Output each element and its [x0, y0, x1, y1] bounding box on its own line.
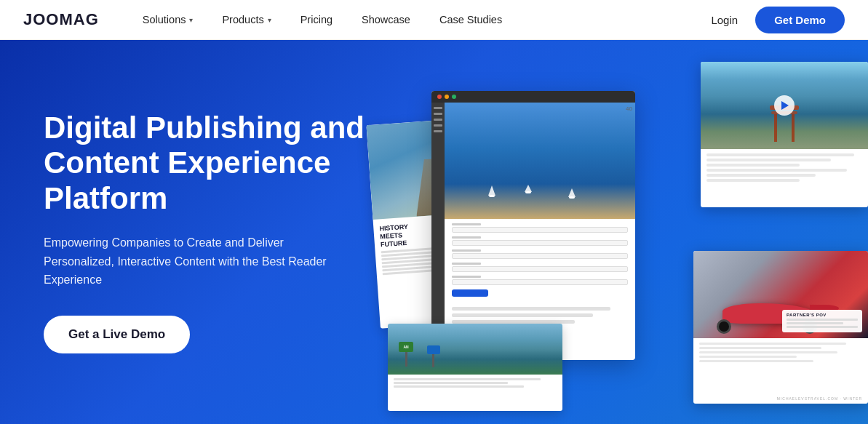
nav-right: Login Get Demo — [711, 7, 845, 33]
pub-rt-lines — [706, 153, 862, 182]
nav-showcase[interactable]: Showcase — [347, 0, 425, 40]
pub-bottom-text — [388, 375, 562, 393]
sailboat-3 — [568, 188, 576, 199]
hero-subtitle: Empowering Companies to Create and Deliv… — [44, 233, 349, 289]
chevron-down-icon: ▾ — [189, 16, 193, 24]
hero-title: Digital Publishing and Content Experienc… — [44, 111, 393, 216]
pub-main-content: 40 — [445, 103, 635, 360]
partner-badge-sub — [787, 319, 858, 328]
play-button[interactable] — [774, 95, 795, 116]
pub-toolbar-top — [431, 91, 635, 103]
pub-f1-image: PARTNER'S POV — [693, 251, 868, 338]
publication-right-bottom: PARTNER'S POV MICHAELEVSTRAVEL.COM · WIN… — [693, 251, 868, 404]
play-icon — [781, 101, 789, 110]
logo[interactable]: JOOMAG — [23, 10, 99, 29]
pub-scenic-image — [701, 62, 868, 149]
sailboat-1 — [488, 185, 495, 197]
hero-section: Digital Publishing and Content Experienc… — [0, 40, 868, 424]
pub-toolbar-left — [431, 103, 445, 360]
partner-badge-label: PARTNER'S POV — [787, 313, 858, 317]
publication-main: 40 — [431, 91, 635, 360]
publication-right-top — [701, 62, 868, 207]
form-submit-btn — [452, 289, 488, 297]
login-link[interactable]: Login — [711, 14, 738, 26]
nav-pricing[interactable]: Pricing — [286, 0, 347, 40]
short-line — [706, 164, 800, 167]
get-demo-button[interactable]: Get Demo — [755, 7, 845, 33]
watermark: MICHAELEVSTRAVEL.COM · WINTER — [777, 396, 862, 401]
nav-links: Solutions ▾ Products ▾ Pricing Showcase … — [128, 0, 712, 40]
publication-bottom: AN — [388, 324, 562, 411]
chevron-down-icon: ▾ — [268, 16, 271, 24]
hero-content: Digital Publishing and Content Experienc… — [44, 111, 393, 353]
live-demo-button[interactable]: Get a Live Demo — [44, 316, 190, 353]
partner-badge: PARTNER'S POV — [782, 310, 862, 332]
pub-landscape-image: AN — [388, 324, 562, 375]
pub-rt-text — [701, 149, 868, 188]
hero-visuals: HISTORYMEETSFUTURE — [373, 62, 868, 424]
nav-case-studies[interactable]: Case Studies — [425, 0, 517, 40]
nav-products[interactable]: Products ▾ — [207, 0, 285, 40]
pub-form-area — [445, 219, 635, 301]
pub-sailboat-image: 40 — [445, 103, 635, 219]
navbar: JOOMAG Solutions ▾ Products ▾ Pricing Sh… — [0, 0, 868, 40]
page-number: 40 — [626, 105, 632, 112]
pub-rb-text — [693, 338, 868, 369]
sailboat-2 — [525, 185, 532, 193]
nav-solutions[interactable]: Solutions ▾ — [128, 0, 208, 40]
